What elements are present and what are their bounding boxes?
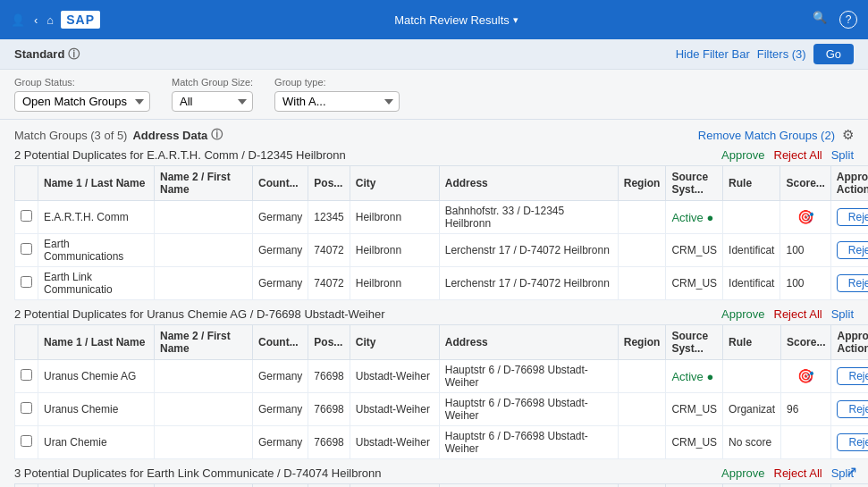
th-city: City (350, 325, 439, 360)
search-icon[interactable]: 🔍 (813, 11, 827, 29)
row-action: Reject (831, 393, 868, 426)
title-dropdown-icon[interactable]: ▾ (513, 14, 518, 26)
reject-button[interactable]: Reject (837, 433, 868, 451)
row-checkbox[interactable] (15, 393, 38, 426)
th-action: Approval Action (831, 325, 868, 360)
th-name2: Name 2 / First Name (155, 166, 253, 201)
row-country: Germany (253, 234, 308, 267)
th-address: Address (439, 325, 618, 360)
row-checkbox[interactable] (15, 201, 38, 234)
row-postal: 12345 (308, 201, 350, 234)
app-header: 👤 ‹ ⌂ SAP Match Review Results ▾ 🔍 ? (0, 0, 868, 39)
header-title: Match Review Results ▾ (107, 13, 805, 27)
section-2-approve[interactable]: Approve (721, 307, 764, 321)
sap-logo: SAP (61, 11, 100, 29)
match-group-size-select[interactable]: All (172, 91, 253, 112)
row-checkbox[interactable] (15, 360, 38, 393)
reject-button[interactable]: Reject (837, 400, 868, 418)
group-status-filter: Group Status: Open Match Groups (14, 77, 150, 112)
table-row: Earth Link Communicatio Germany 74072 He… (15, 267, 869, 300)
row-action: Reject (831, 426, 868, 459)
address-data-text: Address Data (132, 129, 207, 142)
section-1-title: 2 Potential Duplicates for E.A.R.T.H. Co… (14, 148, 346, 162)
row-region (618, 426, 666, 459)
row-rule: No score (723, 426, 781, 459)
row-name2 (155, 426, 253, 459)
section-1-approve[interactable]: Approve (721, 148, 764, 162)
row-city: Heilbronn (350, 267, 439, 300)
row-name2 (155, 201, 253, 234)
section-2-reject-all[interactable]: Reject All (774, 307, 822, 321)
remove-match-groups-link[interactable]: Remove Match Groups (2) (698, 129, 835, 142)
table-row: Uranus Chemie AG Germany 76698 Ubstadt-W… (15, 360, 869, 393)
row-postal: 76698 (308, 426, 350, 459)
match-group-size-filter: Match Group Size: All (172, 77, 253, 112)
row-source: CRM_US (666, 393, 723, 426)
section-1: 2 Potential Duplicates for E.A.R.T.H. Co… (14, 148, 854, 300)
row-city: Heilbronn (350, 201, 439, 234)
row-source: Active ● (666, 201, 723, 234)
th-country: Count... (253, 484, 308, 488)
filters-button[interactable]: Filters (3) (757, 47, 806, 61)
th-postal: Pos... (308, 166, 350, 201)
row-checkbox[interactable] (15, 234, 38, 267)
reject-button[interactable]: Reject (837, 367, 868, 385)
section-3-actions: Approve Reject All Split (721, 466, 854, 480)
home-icon[interactable]: ⌂ (46, 13, 54, 27)
settings-icon[interactable]: ⚙ (842, 127, 854, 143)
hide-filter-bar-button[interactable]: Hide Filter Bar (676, 47, 750, 61)
row-postal: 76698 (308, 360, 350, 393)
section-3-approve[interactable]: Approve (721, 466, 764, 480)
row-region (618, 234, 666, 267)
footer: ↗ (846, 463, 857, 480)
row-source: Active ● (666, 360, 723, 393)
section-1-actions: Approve Reject All Split (721, 148, 854, 162)
th-postal: Pos... (308, 325, 350, 360)
section-1-reject-all[interactable]: Reject All (774, 148, 822, 162)
row-name1: Earth Link Communicatio (38, 267, 155, 300)
reject-button[interactable]: Reject (837, 208, 868, 226)
address-data-info-icon: ⓘ (211, 127, 223, 143)
row-checkbox[interactable] (15, 267, 38, 300)
back-icon[interactable]: ‹ (34, 13, 38, 27)
row-address: Bahnhofstr. 33 / D-12345 Heilbronn (439, 201, 618, 234)
person-icon[interactable]: 👤 (11, 13, 25, 27)
filter-bar: Group Status: Open Match Groups Match Gr… (0, 70, 868, 120)
match-groups-label: Match Groups (3 of 5) (14, 129, 127, 142)
help-icon[interactable]: ? (839, 11, 857, 29)
table-header-row: Name 1 / Last Name Name 2 / First Name C… (15, 166, 869, 201)
th-name1: Name 1 / Last Name (38, 166, 155, 201)
row-city: Ubstadt-Weiher (350, 360, 439, 393)
reject-button[interactable]: Reject (837, 241, 868, 259)
content-area: Match Groups (3 of 5) Address Data ⓘ Rem… (0, 120, 868, 487)
row-address: Lerchenstr 17 / D-74072 Heilbronn (439, 267, 618, 300)
group-status-select[interactable]: Open Match Groups (14, 91, 150, 112)
row-action: Reject (830, 267, 868, 300)
row-address: Hauptstr 6 / D-76698 Ubstadt-Weiher (439, 426, 618, 459)
export-icon[interactable]: ↗ (846, 464, 857, 479)
section-1-split[interactable]: Split (831, 148, 854, 162)
row-rule: Organizat (723, 393, 781, 426)
th-country: Count... (253, 325, 308, 360)
th-region: Region (618, 325, 666, 360)
row-action: Reject (830, 234, 868, 267)
row-rule (723, 201, 780, 234)
reject-button[interactable]: Reject (837, 274, 868, 292)
row-score: 100 (780, 234, 830, 267)
row-postal: 74072 (308, 234, 350, 267)
section-2-split[interactable]: Split (831, 307, 854, 321)
section-3-table: Name 1 / Last Name Name 2 / First Name C… (14, 483, 868, 487)
section-3-reject-all[interactable]: Reject All (774, 466, 822, 480)
go-button[interactable]: Go (813, 44, 854, 64)
table-row: Earth Communications Germany 74072 Heilb… (15, 234, 869, 267)
row-country: Germany (253, 201, 308, 234)
row-address: Hauptstr 6 / D-76698 Ubstadt-Weiher (439, 360, 618, 393)
row-score: 🎯 (781, 360, 831, 393)
row-rule: Identificat (723, 267, 780, 300)
row-checkbox[interactable] (15, 426, 38, 459)
row-country: Germany (253, 393, 308, 426)
th-name1: Name 1 / Last Name (38, 484, 155, 488)
section-3: 3 Potential Duplicates for Earth Link Co… (14, 466, 854, 487)
group-type-select[interactable]: With A... (274, 91, 400, 112)
row-city: Ubstadt-Weiher (350, 393, 439, 426)
